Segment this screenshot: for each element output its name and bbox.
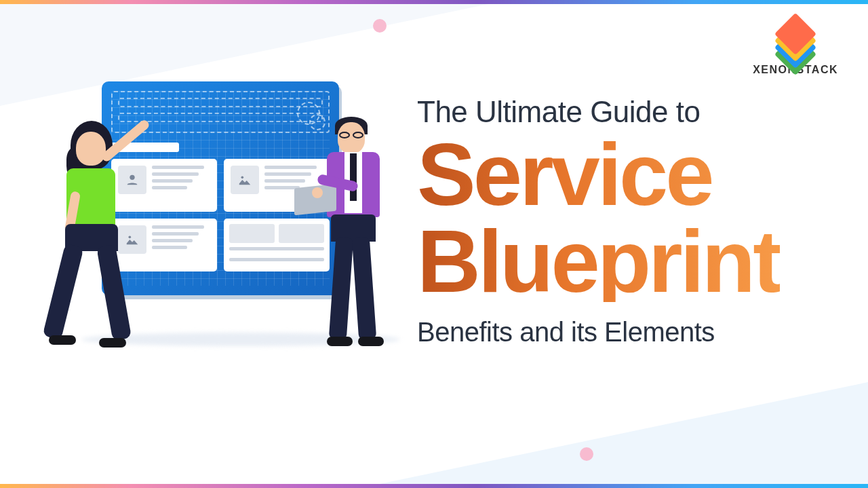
rainbow-bottom-border xyxy=(0,484,868,488)
person-man xyxy=(305,110,400,381)
hero-illustration xyxy=(34,81,400,387)
headline-main-2: Blueprint xyxy=(417,221,780,303)
brand-logo: XENONSTACK xyxy=(753,19,838,76)
image-icon xyxy=(231,166,259,194)
person-woman xyxy=(34,117,136,375)
stack-icon xyxy=(771,19,820,60)
svg-point-1 xyxy=(241,176,244,179)
decor-dot xyxy=(373,19,387,33)
headline-suffix: Benefits and its Elements xyxy=(417,317,780,348)
headline-main-1: Service xyxy=(417,134,780,216)
headline-prefix: The Ultimate Guide to xyxy=(417,95,780,129)
decor-triangle-bottom-right xyxy=(380,382,868,484)
decor-dot xyxy=(580,447,593,461)
headline-block: The Ultimate Guide to Service Blueprint … xyxy=(417,95,780,348)
